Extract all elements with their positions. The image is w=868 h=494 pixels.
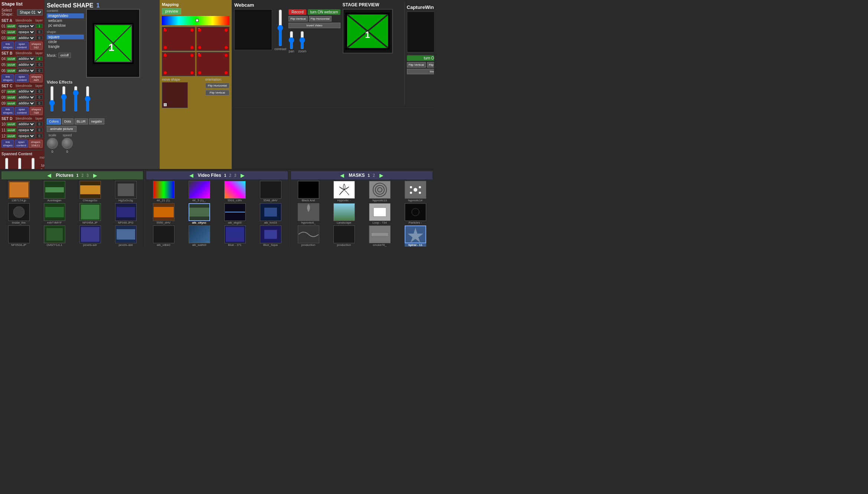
blend-04[interactable]: additive: [17, 56, 35, 61]
ve-btn-negativ[interactable]: negativ: [89, 118, 104, 124]
webcam-on-btn[interactable]: turn ON webcam: [308, 9, 340, 15]
corner-br-4[interactable]: [190, 71, 193, 74]
video-item-4[interactable]: 5550_dHV: [146, 203, 181, 224]
picture-item-11[interactable]: pexels-alel: [108, 225, 143, 247]
onoff-btn-11[interactable]: on/off: [6, 128, 16, 132]
mapping-cell-3[interactable]: 3: [196, 52, 230, 76]
corner-bl-3[interactable]: [198, 71, 201, 74]
shape-square[interactable]: square: [47, 35, 84, 39]
masks-prev-btn[interactable]: ◀: [339, 172, 346, 178]
picture-item-3[interactable]: HgZuGu3g: [108, 181, 143, 202]
onoff-btn-07[interactable]: on/off: [6, 90, 16, 94]
pictures-page-1[interactable]: 1: [76, 173, 79, 178]
corner-tr-1[interactable]: [190, 29, 193, 32]
blend-11[interactable]: opaque: [17, 127, 35, 133]
webcam-contrast-slider[interactable]: [277, 9, 284, 46]
span-content-d[interactable]: span content: [15, 140, 28, 148]
layer-03[interactable]: [36, 36, 43, 40]
corner-br-1[interactable]: [190, 46, 193, 49]
shape-selector[interactable]: Shape 01: [17, 9, 43, 16]
onoff-btn-01[interactable]: on/off: [6, 24, 16, 28]
webcam-flip-v-btn[interactable]: Flip Vertical: [288, 16, 307, 22]
video-item-0[interactable]: 4K_21 (1).: [146, 181, 181, 202]
picture-item-6[interactable]: NF045A.JP: [73, 203, 107, 224]
picture-item-10[interactable]: pexels-adr: [73, 225, 107, 247]
onoff-btn-05[interactable]: on/off: [6, 63, 16, 67]
record-btn[interactable]: Record: [288, 9, 306, 15]
webcam-flip-h-btn[interactable]: Flip Horizontal: [309, 16, 332, 22]
shape-circle[interactable]: circle: [47, 39, 84, 44]
video-item-5[interactable]: alb_citysc: [182, 203, 216, 224]
mapping-cell-2[interactable]: 2: [196, 27, 230, 51]
capture-flip-v-btn[interactable]: Flip Vertical: [407, 62, 426, 68]
corner-tl-4[interactable]: [164, 54, 167, 57]
picture-item-4[interactable]: Inside_the: [1, 203, 36, 224]
video-item-9[interactable]: alb_watfx0: [182, 225, 216, 247]
blend-07[interactable]: additive: [17, 89, 35, 94]
video-page-2[interactable]: 2: [229, 173, 231, 178]
picture-item-1[interactable]: Azerbajjan: [37, 181, 72, 202]
mapping-dot[interactable]: [196, 19, 199, 22]
blend-10[interactable]: additive: [17, 121, 35, 127]
blend-12[interactable]: opaque: [17, 133, 35, 139]
shapes-45[interactable]: shapes 4&5: [30, 74, 43, 82]
corner-tl-2[interactable]: [198, 29, 201, 32]
layer-07[interactable]: [36, 89, 43, 94]
shapes-78[interactable]: shapes 7&8: [30, 107, 43, 115]
mask-item-6[interactable]: Loop - 734: [362, 203, 397, 224]
mask-item-10[interactable]: smoke78_: [362, 225, 397, 247]
corner-bl-2[interactable]: [198, 46, 201, 49]
shapes-12[interactable]: shapes 1&2: [30, 42, 43, 50]
mapping-cell-4[interactable]: 4: [162, 52, 195, 76]
mask-item-5[interactable]: Landscape: [327, 203, 361, 224]
capture-flip-h-btn[interactable]: Flip Horizontal: [427, 62, 434, 68]
picture-item-8[interactable]: NF052A.JP: [1, 225, 36, 247]
blend-08[interactable]: additive: [17, 95, 35, 100]
link-shapes-b[interactable]: link shapes: [1, 74, 14, 82]
pictures-page-3[interactable]: 3: [87, 173, 89, 178]
video-item-10[interactable]: Blue - 271: [218, 225, 252, 247]
capture-webcam-on-btn[interactable]: turn ON webcam: [407, 55, 434, 61]
masks-page-2[interactable]: 2: [373, 173, 375, 178]
zoom-wc-slider[interactable]: [299, 31, 305, 49]
pictures-next-btn[interactable]: ▶: [92, 172, 99, 178]
span-content-b[interactable]: span content: [15, 74, 29, 82]
layer-04[interactable]: [36, 56, 43, 61]
corner-tl-3[interactable]: [198, 54, 201, 57]
corner-tr-3[interactable]: [225, 54, 228, 57]
onoff-btn-02[interactable]: on/off: [6, 30, 16, 34]
mask-item-4[interactable]: hypnotic6_: [291, 203, 326, 224]
video-page-3[interactable]: 3: [234, 173, 236, 178]
masks-page-1[interactable]: 1: [368, 173, 370, 178]
corner-tl-1[interactable]: [164, 29, 167, 32]
scale-knob[interactable]: [47, 138, 58, 149]
video-item-11[interactable]: Blue_Squa: [253, 225, 288, 247]
video-prev-btn[interactable]: ◀: [188, 172, 195, 178]
layer-12[interactable]: [36, 134, 43, 138]
flip-horizontal-btn[interactable]: Flip Horizontal: [205, 83, 229, 88]
corner-bl-4[interactable]: [164, 71, 167, 74]
link-shapes-c[interactable]: link shapes: [1, 107, 14, 115]
video-item-6[interactable]: alb_ekg00: [218, 203, 252, 224]
blend-05[interactable]: additive: [17, 62, 35, 67]
pictures-page-2[interactable]: 2: [81, 173, 84, 178]
layer-02[interactable]: [36, 30, 43, 34]
layer-06[interactable]: [36, 68, 43, 73]
ve-btn-blur[interactable]: BLUR: [75, 118, 88, 124]
mask-item-1[interactable]: Hypnotic -: [327, 181, 361, 202]
shapes-1011[interactable]: shapes 10&11: [29, 140, 43, 148]
corner-br-3[interactable]: [225, 71, 228, 74]
mask-item-8[interactable]: production: [291, 225, 326, 247]
onoff-btn-12[interactable]: on/off: [6, 134, 16, 138]
shape-trangle[interactable]: trangle: [47, 44, 84, 49]
mask-item-9[interactable]: production: [327, 225, 361, 247]
video-item-2[interactable]: 5503_c3Rr: [218, 181, 252, 202]
mask-item-2[interactable]: hypnotic13: [362, 181, 397, 202]
content-pc-window[interactable]: pc window: [47, 23, 84, 28]
content-image-video[interactable]: image/video: [47, 13, 84, 18]
ve-slider-4[interactable]: [84, 86, 91, 112]
picture-item-9[interactable]: Ov6ZY1zL1: [37, 225, 72, 247]
picture-item-5[interactable]: m6rT4MYF: [37, 203, 72, 224]
layer-08[interactable]: [36, 95, 43, 100]
pictures-prev-btn[interactable]: ◀: [46, 172, 53, 178]
